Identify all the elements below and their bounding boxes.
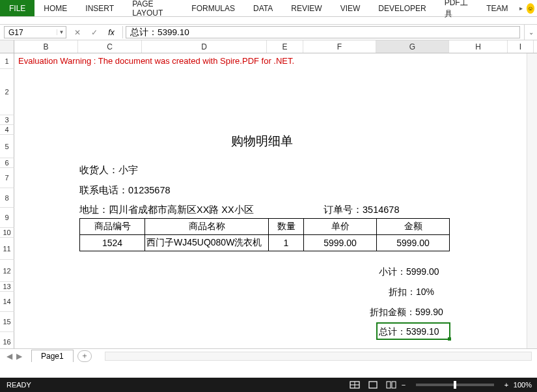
row-header-8[interactable]: 8 [0,188,14,208]
status-ready: READY [0,381,38,389]
zoom-slider[interactable] [416,384,494,386]
td-id: 1524 [80,235,145,251]
evaluation-warning: Evaluation Warning : The document was cr… [18,56,294,66]
col-header-G[interactable]: G [376,40,449,53]
tab-file[interactable]: FILE [0,0,34,16]
orderno-value: 3514678 [363,204,399,215]
row-header-11[interactable]: 11 [0,238,14,260]
formula-controls: ✕ ✓ fx [69,25,120,40]
svg-rect-5 [392,382,396,388]
col-header-E[interactable]: E [267,40,303,53]
td-price: 5999.00 [304,235,377,251]
row-headers: 12345678910111213141516171819 [0,53,14,363]
select-all-corner[interactable] [0,40,14,53]
vertical-scrollbar[interactable] [527,53,537,348]
row-header-2[interactable]: 2 [0,69,14,115]
tab-team[interactable]: TEAM [477,0,517,16]
sheet-tab-page1[interactable]: Page1 [31,350,74,362]
zoom-value[interactable]: 100% [514,381,532,389]
td-name: 西门子WJ45UQ080W洗衣机 [145,235,269,251]
row-header-14[interactable]: 14 [0,292,14,312]
cancel-formula-icon[interactable]: ✕ [69,28,86,37]
document-title: 购物明细单 [14,133,509,149]
formula-expand-icon[interactable]: ⌄ [524,25,537,40]
th-price: 单价 [304,219,377,235]
total-line: 总计：5399.10 [379,326,439,338]
formula-input[interactable]: 总计：5399.10 [126,26,520,38]
row-header-12[interactable]: 12 [0,260,14,282]
orderno-line: 订单号：3514678 [324,204,399,216]
enter-formula-icon[interactable]: ✓ [86,28,103,37]
col-header-I[interactable]: I [508,40,534,53]
col-header-H[interactable]: H [449,40,508,53]
tab-home[interactable]: HOME [34,0,76,16]
chevron-down-icon[interactable]: ▼ [57,29,66,35]
tab-developer[interactable]: DEVELOPER [369,0,435,16]
tab-formulas[interactable]: FORMULAS [182,0,244,16]
sheet-nav-prev-icon[interactable]: ◀ [7,352,12,361]
zoom-in-button[interactable]: + [503,381,510,389]
tab-review[interactable]: REVIEW [282,0,331,16]
phone-label: 联系电话： [79,185,128,195]
row-header-3[interactable]: 3 [0,115,14,125]
items-table: 商品编号 商品名称 数量 单价 金额 1524 西门子WJ45UQ080W洗衣机… [79,218,450,251]
discount-label: 折扣： [389,287,416,297]
zoom-out-button[interactable]: − [400,381,407,389]
total-label: 总计： [379,326,406,337]
sheet-nav-next-icon[interactable]: ▶ [16,352,22,361]
svg-rect-4 [387,382,391,388]
td-qty: 1 [269,235,304,251]
discamt-value: 599.90 [415,307,443,317]
subtotal-label: 小计： [379,266,406,277]
col-header-C[interactable]: C [78,40,142,53]
ribbon-overflow-icon[interactable]: ▸ [517,3,525,14]
tab-insert[interactable]: INSERT [76,0,123,16]
address-line: 地址：四川省成都市高新区XX路 XX小区 [79,204,254,216]
col-header-D[interactable]: D [142,40,267,53]
row-header-9[interactable]: 9 [0,208,14,228]
row-header-6[interactable]: 6 [0,158,14,168]
view-pagelayout-icon[interactable] [365,379,381,391]
tab-page-layout[interactable]: PAGE LAYOUT [123,0,182,16]
row-header-4[interactable]: 4 [0,125,14,135]
horizontal-scrollbar[interactable] [105,352,532,361]
table-header-row: 商品编号 商品名称 数量 单价 金额 [80,219,450,235]
phone-line: 联系电话：01235678 [79,184,171,197]
th-id: 商品编号 [80,219,145,235]
status-bar: READY − + 100% [0,378,537,392]
row-header-13[interactable]: 13 [0,282,14,292]
column-headers: B C D E F G H I [0,40,537,53]
discamt-label: 折扣金额： [370,307,415,317]
tab-pdf[interactable]: PDF工具 [435,0,478,16]
th-qty: 数量 [269,219,304,235]
address-label: 地址： [79,204,109,215]
ribbon: FILE HOME INSERT PAGE LAYOUT FORMULAS DA… [0,0,537,17]
row-header-1[interactable]: 1 [0,53,14,69]
fx-icon[interactable]: fx [103,28,120,37]
total-value: 5399.10 [406,326,439,337]
svg-rect-3 [369,382,377,388]
tab-data[interactable]: DATA [244,0,282,16]
sheet-nav: ◀ ▶ [0,352,29,361]
row-header-15[interactable]: 15 [0,312,14,332]
col-header-F[interactable]: F [303,40,376,53]
row-header-10[interactable]: 10 [0,228,14,238]
grid-area: B C D E F G H I 123456789101112131415161… [0,40,537,363]
col-header-B[interactable]: B [14,40,78,53]
table-row: 1524 西门子WJ45UQ080W洗衣机 1 5999.00 5999.00 [80,235,450,251]
discount-line: 折扣：10% [389,287,434,298]
tab-view[interactable]: VIEW [331,0,370,16]
view-pagebreak-icon[interactable] [383,379,400,391]
name-box[interactable]: G17 ▼ [4,26,66,38]
zoom-controls: − + 100% [400,381,537,389]
orderno-label: 订单号： [324,204,363,215]
row-header-5[interactable]: 5 [0,135,14,158]
view-normal-icon[interactable] [346,379,363,391]
grid-body[interactable]: 12345678910111213141516171819 Evaluation… [0,53,537,363]
row-header-7[interactable]: 7 [0,168,14,188]
th-name: 商品名称 [145,219,269,235]
smiley-icon[interactable]: ☺ [527,3,534,14]
address-value: 四川省成都市高新区XX路 XX小区 [109,204,254,215]
add-sheet-button[interactable]: ＋ [77,350,92,362]
phone-value: 01235678 [128,185,171,195]
